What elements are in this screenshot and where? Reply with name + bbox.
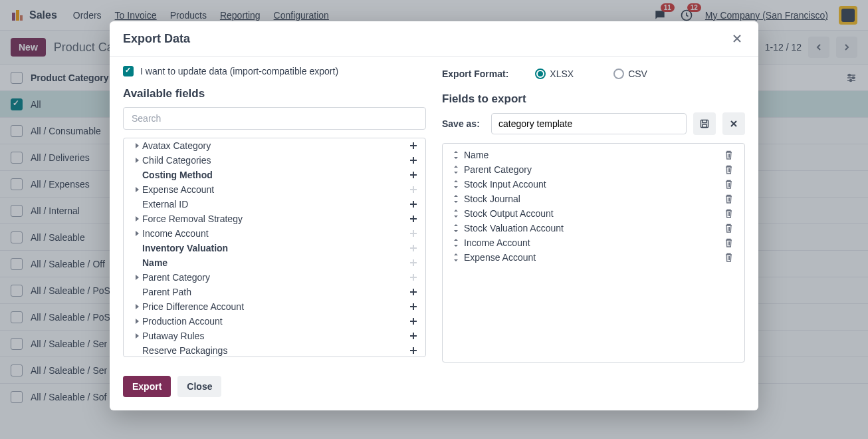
expand-caret-icon[interactable] <box>133 157 142 164</box>
delete-template-button[interactable] <box>722 112 745 135</box>
available-fields-title: Available fields <box>123 87 426 100</box>
available-field-row[interactable]: >Costing Method <box>124 168 425 182</box>
field-label: Expense Account <box>142 184 408 195</box>
add-field-button[interactable] <box>408 301 419 312</box>
add-field-button[interactable] <box>408 214 419 224</box>
drag-handle-icon[interactable] <box>453 180 459 188</box>
field-label: Inventory Valuation <box>142 243 408 253</box>
available-field-row[interactable]: Expense Account <box>124 182 425 197</box>
save-template-button[interactable] <box>693 112 716 135</box>
fields-search-input[interactable] <box>123 107 426 130</box>
field-label: Avatax Category <box>142 140 408 151</box>
fields-to-export-list[interactable]: NameParent CategoryStock Input AccountSt… <box>442 143 745 363</box>
export-field-row[interactable]: Name <box>445 148 742 162</box>
expand-caret-icon[interactable] <box>133 142 142 149</box>
expand-caret-icon[interactable] <box>133 303 142 310</box>
available-field-row[interactable]: >Name <box>124 255 425 270</box>
svg-rect-14 <box>410 189 417 190</box>
svg-rect-37 <box>701 120 708 128</box>
available-field-row[interactable]: Production Account <box>124 314 425 329</box>
drag-handle-icon[interactable] <box>453 166 459 174</box>
add-field-button[interactable] <box>408 199 419 210</box>
drag-handle-icon[interactable] <box>453 239 459 247</box>
remove-field-button[interactable] <box>724 180 734 189</box>
add-field-button[interactable] <box>408 345 419 356</box>
radio-csv-button[interactable] <box>613 69 624 79</box>
export-field-row[interactable]: Stock Input Account <box>445 177 742 192</box>
add-field-button[interactable] <box>408 331 419 341</box>
export-field-label: Parent Category <box>464 164 532 175</box>
remove-field-button[interactable] <box>724 194 734 204</box>
remove-field-button[interactable] <box>724 238 734 247</box>
add-field-button[interactable] <box>408 287 419 297</box>
expand-caret-icon[interactable] <box>133 318 142 325</box>
expand-caret-icon[interactable] <box>133 230 142 237</box>
remove-field-button[interactable] <box>724 253 734 262</box>
svg-rect-26 <box>410 277 417 278</box>
export-field-row[interactable]: Stock Journal <box>445 192 742 206</box>
export-format-label: Export Format: <box>442 69 508 79</box>
import-compatible-checkbox-row[interactable]: I want to update data (import-compatible… <box>123 66 426 76</box>
add-field-button[interactable] <box>408 155 419 166</box>
expand-caret-icon[interactable] <box>133 333 142 339</box>
remove-field-button[interactable] <box>724 209 734 218</box>
remove-field-button[interactable] <box>724 150 734 160</box>
available-field-row[interactable]: Parent Category <box>124 270 425 285</box>
modal-header: Export Data <box>110 21 758 57</box>
available-field-row[interactable]: Force Removal Strategy <box>124 212 425 226</box>
add-field-button[interactable] <box>408 272 419 283</box>
available-field-row[interactable]: >Reserve Packagings <box>124 343 425 357</box>
export-button[interactable]: Export <box>123 376 171 397</box>
drag-handle-icon[interactable] <box>453 151 459 159</box>
remove-field-button[interactable] <box>724 165 734 174</box>
add-field-button[interactable] <box>408 316 419 327</box>
add-field-button[interactable] <box>408 243 419 253</box>
export-field-row[interactable]: Stock Valuation Account <box>445 221 742 235</box>
export-field-label: Stock Journal <box>464 194 520 204</box>
modal-close-button[interactable] <box>729 31 745 47</box>
add-field-button[interactable] <box>408 184 419 195</box>
drag-handle-icon[interactable] <box>453 195 459 203</box>
available-fields-list[interactable]: Avatax CategoryChild Categories>Costing … <box>123 138 426 357</box>
add-field-button[interactable] <box>408 257 419 268</box>
svg-rect-30 <box>410 306 417 307</box>
available-field-row[interactable]: Child Categories <box>124 153 425 168</box>
available-field-row[interactable]: >External ID <box>124 197 425 212</box>
save-as-label: Save as: <box>442 118 485 129</box>
export-field-row[interactable]: Stock Output Account <box>445 206 742 221</box>
add-field-button[interactable] <box>408 228 419 239</box>
expand-caret-icon[interactable] <box>133 274 142 281</box>
drag-handle-icon[interactable] <box>453 224 459 232</box>
svg-rect-22 <box>410 247 417 249</box>
radio-xlsx[interactable]: XLSX <box>535 69 574 79</box>
add-field-button[interactable] <box>408 170 419 180</box>
svg-rect-10 <box>410 160 417 161</box>
close-button[interactable]: Close <box>177 376 221 397</box>
export-field-label: Stock Output Account <box>464 208 554 219</box>
export-modal: Export Data I want to update data (impor… <box>110 21 758 410</box>
drag-handle-icon[interactable] <box>453 210 459 218</box>
field-label: Income Account <box>142 228 408 239</box>
available-field-row[interactable]: Putaway Rules <box>124 329 425 343</box>
field-label: Production Account <box>142 316 408 327</box>
export-field-row[interactable]: Expense Account <box>445 250 742 265</box>
export-field-row[interactable]: Parent Category <box>445 162 742 177</box>
radio-xlsx-button[interactable] <box>535 69 546 79</box>
available-field-row[interactable]: Income Account <box>124 226 425 241</box>
available-field-row[interactable]: Price Difference Account <box>124 299 425 314</box>
import-compatible-label: I want to update data (import-compatible… <box>140 66 338 76</box>
drag-handle-icon[interactable] <box>453 253 459 261</box>
field-label: Parent Category <box>142 272 408 283</box>
field-label: Force Removal Strategy <box>142 214 408 224</box>
export-field-row[interactable]: Income Account <box>445 235 742 250</box>
remove-field-button[interactable] <box>724 223 734 233</box>
add-field-button[interactable] <box>408 140 419 151</box>
import-compatible-checkbox[interactable] <box>123 66 134 76</box>
expand-caret-icon[interactable] <box>133 186 142 193</box>
template-name-input[interactable] <box>491 113 687 134</box>
available-field-row[interactable]: >Parent Path <box>124 285 425 299</box>
available-field-row[interactable]: >Inventory Valuation <box>124 241 425 255</box>
expand-caret-icon[interactable] <box>133 216 142 222</box>
available-field-row[interactable]: Avatax Category <box>124 138 425 153</box>
radio-csv[interactable]: CSV <box>613 69 647 79</box>
